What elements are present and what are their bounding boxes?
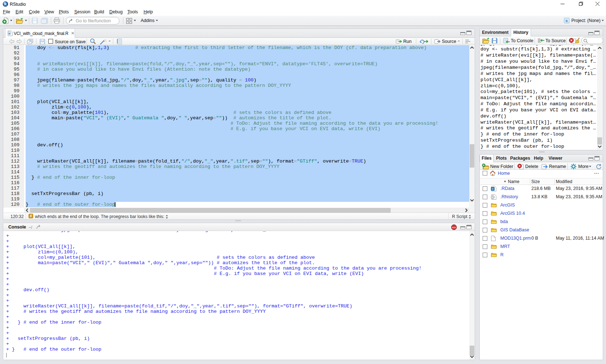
svg-text:STOP: STOP [452,227,456,228]
svg-text:R: R [566,19,568,23]
svg-text:R: R [4,2,7,6]
svg-text:R: R [492,187,494,191]
